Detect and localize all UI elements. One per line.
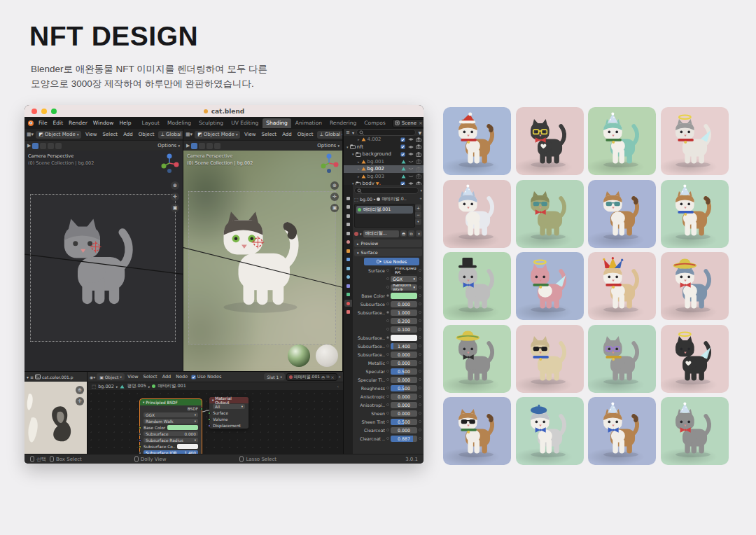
decorator-dot-icon[interactable] <box>386 269 389 272</box>
use-nodes-button[interactable]: Use Nodes <box>364 258 419 265</box>
crumb-mesh[interactable]: 평면.005 <box>127 383 146 389</box>
property-value-field[interactable]: 0.000 <box>391 301 417 307</box>
decorator-dot-icon[interactable] <box>386 353 389 356</box>
expand-icon[interactable]: ▾ <box>352 152 354 156</box>
navigation-gizmo[interactable] <box>159 153 180 176</box>
property-slider[interactable]: 0.500 <box>391 385 417 391</box>
properties-tab-material[interactable] <box>344 300 352 307</box>
display-mode-icon[interactable]: ≡ <box>346 130 350 135</box>
node-canvas[interactable]: ▾Principled BSDF BSDF GGX▾Random Walk▾Ba… <box>88 390 343 454</box>
animate-dot-icon[interactable] <box>419 437 421 440</box>
property-value-field[interactable]: 0.200 <box>391 318 417 324</box>
properties-tab-object-data[interactable] <box>344 291 352 298</box>
workspace-tab-animation[interactable]: Animation <box>292 118 326 128</box>
visibility-eye-icon[interactable] <box>407 167 414 171</box>
material-output-node[interactable]: ▾Material Output All▾SurfaceVolumeDispla… <box>209 397 248 429</box>
camera-render-icon[interactable] <box>415 174 421 179</box>
minimize-button[interactable] <box>41 109 47 114</box>
outliner-row[interactable]: ▸bg.003 <box>344 173 424 181</box>
checkbox-icon[interactable] <box>400 144 406 149</box>
property-value-field[interactable]: 0.100 <box>391 326 417 333</box>
properties-tab-render[interactable] <box>344 204 352 211</box>
checkbox-icon[interactable] <box>400 137 406 142</box>
animate-dot-icon[interactable] <box>419 387 421 389</box>
decorator-dot-icon[interactable] <box>386 336 389 339</box>
pan-hand-icon[interactable]: ✛ <box>76 397 84 405</box>
camera-render-icon[interactable] <box>415 159 421 164</box>
node-color-swatch[interactable] <box>177 444 198 449</box>
chevron-down-icon[interactable]: ▾ <box>27 375 29 380</box>
animate-dot-icon[interactable] <box>419 328 421 331</box>
animate-dot-icon[interactable] <box>419 361 421 364</box>
material-name-field[interactable]: 매테리얼... <box>363 230 399 237</box>
shading-mode-icon[interactable] <box>191 143 197 149</box>
property-slider[interactable]: 0.000 <box>391 402 417 408</box>
property-slider[interactable]: 0.500 <box>391 419 417 425</box>
decorator-dot-icon[interactable] <box>386 437 389 440</box>
zoom-tool-icon[interactable]: ⊕ <box>330 181 339 190</box>
camera-view-icon[interactable]: ▣ <box>330 204 339 212</box>
properties-tab-view-layer[interactable] <box>344 221 352 228</box>
decorator-dot-icon[interactable] <box>386 412 389 415</box>
remove-slot-button[interactable]: − <box>415 211 421 218</box>
decorator-dot-icon[interactable] <box>386 403 389 406</box>
properties-tab-object[interactable] <box>344 247 352 254</box>
workspace-tab-rendering[interactable]: Rendering <box>326 118 360 128</box>
outliner-row[interactable]: ▾body▼1 <box>344 180 424 185</box>
node-dropdown[interactable]: Random Walk▾ <box>144 419 198 424</box>
expand-icon[interactable]: ▾ <box>346 145 349 149</box>
shader-editor[interactable]: ◉▾ ▣ Object ▾ViewSelectAddNode Use Nodes… <box>88 372 343 454</box>
property-slider[interactable]: 0.500 <box>391 368 417 375</box>
node-value-field[interactable]: Subsurface0.000 <box>144 431 198 436</box>
window-titlebar[interactable]: cat.blend <box>24 105 424 117</box>
preview-section-header[interactable]: ▸Preview <box>354 239 422 247</box>
shading-mode-icon[interactable] <box>199 143 205 149</box>
animate-dot-icon[interactable] <box>419 277 421 280</box>
viewport-menu-view[interactable]: View <box>242 132 258 137</box>
properties-tab-modifiers[interactable] <box>344 256 352 263</box>
animate-dot-icon[interactable] <box>419 429 421 431</box>
property-slider[interactable]: 0.000 <box>391 394 417 400</box>
menubar-menu-window[interactable]: Window <box>90 118 117 127</box>
property-slider[interactable]: 0.000 <box>391 377 417 383</box>
image-editor-canvas[interactable]: ⊕ ✛ <box>24 382 87 454</box>
camera-view-icon[interactable]: ▣ <box>171 204 179 212</box>
decorator-dot-icon[interactable] <box>386 378 389 381</box>
visibility-eye-icon[interactable] <box>407 152 414 156</box>
camera-render-icon[interactable] <box>415 137 421 142</box>
shader-menu-view[interactable]: View <box>126 374 140 380</box>
shading-mode-icon[interactable] <box>214 143 220 149</box>
property-value-field[interactable]: 0.000 <box>391 352 417 358</box>
animate-dot-icon[interactable] <box>419 378 421 381</box>
copy-icon[interactable]: ⧉ <box>408 230 414 237</box>
pin-icon[interactable]: ⌖ <box>419 196 422 202</box>
node-dropdown[interactable]: GGX▾ <box>144 412 198 417</box>
camera-render-icon[interactable] <box>415 144 421 149</box>
chevron-down-icon[interactable]: ▾ <box>352 130 354 135</box>
shading-mode-icon[interactable] <box>206 143 213 149</box>
mode-dropdown[interactable]: ◩Object Mode ▾ <box>36 131 81 139</box>
material-selector[interactable]: 매테리얼.001 ◓⧉× <box>286 373 337 381</box>
properties-tab-physics[interactable] <box>344 274 352 281</box>
surface-shader-selector[interactable]: Principled BS.. <box>391 268 417 274</box>
zoom-tool-icon[interactable]: ⊕ <box>171 181 179 190</box>
breadcrumb-material[interactable]: 매테리얼.0.. <box>382 196 406 202</box>
pan-hand-icon[interactable]: ✛ <box>330 193 339 201</box>
outliner-row[interactable]: ▾nft <box>344 144 424 151</box>
animate-dot-icon[interactable] <box>419 311 421 314</box>
close-button[interactable] <box>31 109 37 114</box>
property-slider[interactable]: 0.887 <box>391 436 417 442</box>
shading-mode-icon[interactable] <box>40 143 46 149</box>
viewport-menu-add[interactable]: Add <box>281 132 294 137</box>
decorator-dot-icon[interactable] <box>386 395 389 398</box>
material-slot-list[interactable]: 매테리얼.001 + − ▾ <box>354 204 415 228</box>
visibility-eye-icon[interactable] <box>407 145 414 149</box>
shading-mode-icon[interactable] <box>32 143 38 149</box>
animate-dot-icon[interactable] <box>419 353 421 356</box>
animate-dot-icon[interactable] <box>419 345 421 347</box>
animate-dot-icon[interactable] <box>419 319 421 322</box>
decorator-dot-icon[interactable] <box>386 328 389 331</box>
pin-icon[interactable]: ⌖ <box>339 374 341 380</box>
crumb-object[interactable]: bg.002 <box>98 384 114 389</box>
animate-dot-icon[interactable] <box>419 412 421 415</box>
